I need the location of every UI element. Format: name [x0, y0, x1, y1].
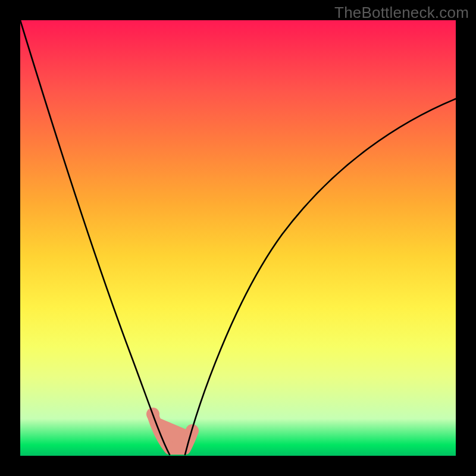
curve-right-branch	[185, 99, 456, 455]
curve-layer	[20, 20, 456, 456]
watermark-text: TheBottleneck.com	[334, 4, 469, 22]
curve-left-branch	[20, 20, 170, 455]
chart-canvas: TheBottleneck.com	[0, 0, 476, 476]
highlight-markers	[146, 408, 199, 449]
